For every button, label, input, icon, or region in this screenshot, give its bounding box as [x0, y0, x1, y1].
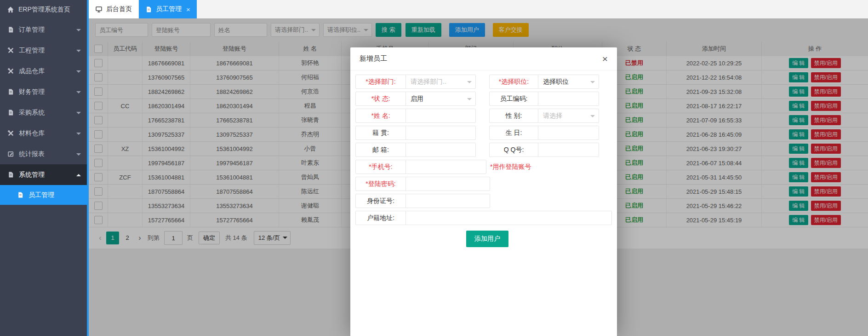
chevron-down-icon — [76, 91, 81, 96]
app-root: ERP管理系统首页 订单管理工程管理成品仓库财务管理采购系统材料仓库统计报表系统… — [0, 0, 868, 336]
modal-dept-select[interactable]: 请选择部门.. — [405, 75, 476, 89]
home-icon — [7, 6, 14, 13]
document-icon — [145, 6, 152, 13]
modal-id-card-field — [405, 194, 490, 208]
modal-native-field — [405, 126, 476, 140]
tab-employee[interactable]: 员工管理 × — [139, 0, 197, 18]
emp-code-input[interactable] — [543, 92, 599, 106]
sidebar-item-4[interactable]: 采购系统 — [0, 102, 87, 123]
document-icon — [7, 88, 14, 95]
close-icon[interactable]: × — [602, 54, 608, 64]
tab-close-icon[interactable]: × — [186, 6, 190, 13]
tab-employee-label: 员工管理 — [156, 5, 182, 13]
position-field-label: *选择职位: — [489, 75, 538, 89]
edit-icon — [7, 151, 14, 157]
tab-home-label: 后台首页 — [106, 5, 132, 13]
sidebar-item-1[interactable]: 工程管理 — [0, 40, 87, 61]
document-icon — [7, 171, 14, 178]
modal-address-field — [405, 211, 612, 225]
sidebar-item-3[interactable]: 财务管理 — [0, 81, 87, 102]
sidebar-item-2[interactable]: 成品仓库 — [0, 61, 87, 81]
modal-email-field — [405, 143, 476, 157]
modal-phone-field — [405, 160, 486, 174]
modal-name-input[interactable] — [411, 109, 475, 123]
sidebar-item-label: 工程管理 — [19, 46, 45, 55]
tab-home[interactable]: 后台首页 — [89, 0, 139, 18]
modal-position-select[interactable]: 选择职位 — [538, 75, 599, 89]
native-field-label: 籍 贯: — [355, 126, 406, 140]
chevron-down-icon — [590, 81, 595, 86]
id-card-field-label: 身份证号: — [355, 194, 406, 208]
sidebar-item-label: 成品仓库 — [19, 67, 45, 75]
sidebar-item-label: 材料仓库 — [19, 129, 45, 138]
address-input[interactable] — [411, 211, 611, 225]
name-field-label: *姓 名: — [355, 109, 406, 123]
modal-header: 新增员工 × — [350, 47, 617, 70]
sidebar-item-0[interactable]: 订单管理 — [0, 19, 87, 40]
tools-icon — [7, 68, 14, 75]
birthday-field-label: 生 日: — [489, 126, 538, 140]
dept-field-label: *选择部门: — [355, 75, 406, 89]
modal-title: 新增员工 — [360, 54, 602, 63]
modal-name-field — [405, 109, 476, 123]
sidebar-item-label: 财务管理 — [19, 88, 45, 96]
phone-input[interactable] — [411, 160, 486, 174]
tools-icon — [7, 130, 14, 137]
password-field-label: *登陆密码: — [355, 177, 406, 191]
chevron-down-icon — [76, 112, 81, 116]
sidebar-logo-label: ERP管理系统首页 — [18, 6, 70, 14]
emp-code-field-label: 员工编码: — [489, 92, 538, 106]
chevron-down-icon — [590, 115, 595, 120]
id-card-input[interactable] — [411, 194, 490, 208]
phone-field-label: *手机号: — [355, 160, 406, 174]
sidebar-item-6[interactable]: 统计报表 — [0, 144, 87, 164]
modal-emp-code-field — [538, 92, 599, 106]
chevron-down-icon — [76, 50, 81, 54]
sidebar-item-7[interactable]: 系统管理 — [0, 164, 87, 185]
email-input[interactable] — [411, 143, 475, 157]
password-input[interactable] — [411, 177, 490, 191]
chevron-down-icon — [76, 29, 81, 34]
native-input[interactable] — [411, 126, 475, 140]
qq-input[interactable] — [543, 143, 599, 157]
chevron-up-icon — [76, 172, 81, 176]
sidebar: ERP管理系统首页 订单管理工程管理成品仓库财务管理采购系统材料仓库统计报表系统… — [0, 0, 87, 336]
monitor-icon — [95, 6, 103, 13]
email-field-label: 邮 箱: — [355, 143, 406, 157]
address-field-label: 户籍地址: — [355, 211, 406, 225]
document-icon — [7, 26, 14, 33]
document-icon — [17, 191, 24, 198]
sidebar-item-label: 统计报表 — [19, 150, 45, 158]
birthday-input[interactable] — [543, 126, 599, 140]
modal-add-user-button[interactable]: 添加用户 — [466, 231, 508, 247]
sidebar-item-label: 订单管理 — [19, 26, 45, 34]
add-employee-modal: 新增员工 × *选择部门: 请选择部门.. *选择职位: 选择职位 *状 态: — [350, 47, 617, 336]
chevron-down-icon — [76, 133, 81, 137]
status-field-label: *状 态: — [355, 92, 406, 106]
gender-field-label: 性 别: — [489, 109, 538, 123]
chevron-down-icon — [76, 70, 81, 75]
chevron-down-icon — [467, 98, 472, 103]
sidebar-subitem-employee[interactable]: 员工管理 — [0, 185, 87, 205]
modal-qq-field — [538, 143, 599, 157]
sidebar-item-label: 采购系统 — [19, 109, 45, 117]
modal-body: *选择部门: 请选择部门.. *选择职位: 选择职位 *状 态: 启用 员工编码… — [350, 70, 617, 247]
tab-bar: 后台首页 员工管理 × — [89, 0, 868, 18]
chevron-down-icon — [76, 153, 81, 158]
modal-gender-select[interactable]: 请选择 — [538, 109, 599, 123]
chevron-down-icon — [467, 81, 472, 86]
tools-icon — [7, 47, 14, 54]
sidebar-subitem-label: 员工管理 — [29, 191, 54, 199]
sidebar-item-5[interactable]: 材料仓库 — [0, 123, 87, 144]
document-icon — [7, 109, 14, 116]
modal-password-field — [405, 177, 490, 191]
sidebar-item-label: 系统管理 — [19, 171, 45, 179]
modal-status-select[interactable]: 启用 — [405, 92, 476, 106]
phone-note: *用作登陆账号 — [490, 160, 531, 174]
modal-birthday-field — [538, 126, 599, 140]
sidebar-logo[interactable]: ERP管理系统首页 — [0, 0, 87, 19]
qq-field-label: Q Q号: — [489, 143, 538, 157]
